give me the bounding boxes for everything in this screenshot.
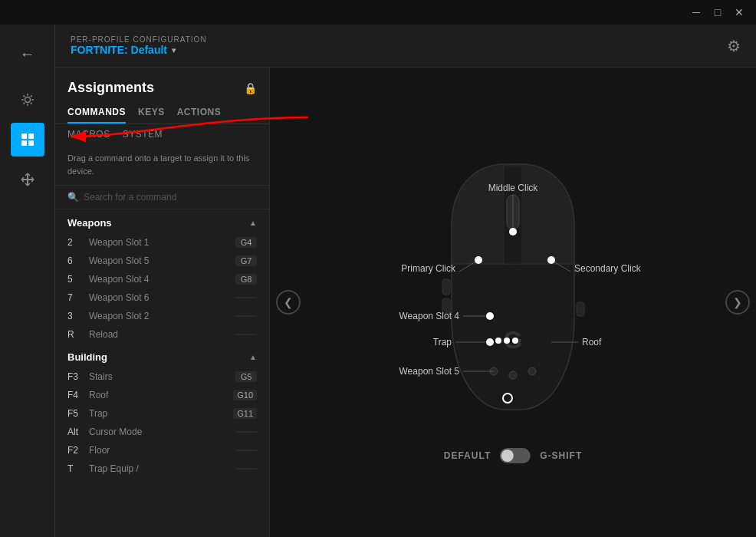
svg-point-42: [495, 338, 501, 344]
svg-point-24: [509, 228, 517, 236]
minimize-button[interactable]: ─: [685, 2, 707, 23]
building-arrow: ▲: [249, 353, 257, 361]
default-gshift-toggle[interactable]: [500, 448, 531, 463]
svg-point-43: [504, 338, 510, 344]
move-button[interactable]: [11, 163, 44, 196]
table-row[interactable]: Alt Cursor Mode: [55, 423, 269, 441]
building-label: Building: [67, 351, 107, 363]
toggle-row: DEFAULT G-SHIFT: [444, 448, 582, 463]
table-row[interactable]: F2 Floor: [55, 441, 269, 460]
svg-point-33: [486, 312, 494, 320]
tab-keys[interactable]: KEYS: [138, 102, 165, 124]
header-title-group: PER-PROFILE CONFIGURATION FORTNITE: Defa…: [71, 35, 727, 56]
nav-right-button[interactable]: ❯: [725, 290, 750, 315]
table-row[interactable]: F3 Stairs G5: [55, 367, 269, 386]
svg-text:Roof: Roof: [582, 337, 602, 348]
table-row[interactable]: T Trap Equip /: [55, 460, 269, 478]
search-icon: 🔍: [67, 192, 79, 203]
gshift-label: G-SHIFT: [540, 450, 582, 461]
toggle-thumb: [501, 450, 514, 462]
svg-line-7: [30, 95, 31, 97]
lock-icon: 🔒: [244, 82, 257, 94]
back-button[interactable]: ←: [11, 37, 44, 71]
svg-text:Trap: Trap: [433, 337, 452, 348]
svg-point-30: [547, 256, 555, 264]
svg-line-8: [23, 103, 25, 104]
svg-point-0: [25, 97, 30, 103]
svg-point-36: [486, 338, 494, 346]
table-row[interactable]: R Reload: [55, 325, 269, 344]
panel-title: Assignments: [67, 80, 154, 96]
header-subtitle: PER-PROFILE CONFIGURATION: [71, 35, 727, 44]
tab-system[interactable]: SYSTEM: [123, 129, 163, 140]
svg-rect-12: [28, 140, 34, 146]
building-section-header[interactable]: Building ▲: [55, 344, 269, 367]
table-row[interactable]: 6 Weapon Slot 5 G7: [55, 252, 269, 270]
svg-point-20: [509, 371, 517, 379]
right-panel: ❮ ❯ G: [270, 68, 756, 537]
svg-rect-18: [577, 302, 584, 316]
search-input[interactable]: [84, 192, 257, 203]
close-button[interactable]: ✕: [728, 2, 750, 23]
table-row[interactable]: 2 Weapon Slot 1 G4: [55, 233, 269, 252]
table-row[interactable]: 5 Weapon Slot 4 G8: [55, 270, 269, 288]
tabs-row2: MACROS SYSTEM: [55, 124, 269, 144]
svg-rect-16: [442, 279, 450, 295]
drag-hint: Drag a command onto a target to assign i…: [55, 144, 269, 186]
svg-line-6: [30, 103, 31, 104]
titlebar: ─ □ ✕: [0, 0, 756, 25]
table-row[interactable]: 7 Weapon Slot 6: [55, 288, 269, 307]
table-row[interactable]: F5 Trap G11: [55, 404, 269, 423]
svg-text:Middle Click: Middle Click: [488, 183, 539, 193]
table-row[interactable]: F4 Roof G10: [55, 386, 269, 404]
profile-name: FORTNITE: Default: [71, 44, 167, 56]
profile-chevron: ▾: [172, 46, 176, 54]
settings-button[interactable]: ⚙: [727, 37, 741, 55]
svg-text:Primary Click: Primary Click: [401, 263, 456, 274]
header: PER-PROFILE CONFIGURATION FORTNITE: Defa…: [55, 25, 756, 68]
svg-point-27: [475, 256, 482, 264]
svg-text:Weapon Slot 4: Weapon Slot 4: [399, 311, 460, 321]
weapons-label: Weapons: [67, 217, 112, 229]
svg-rect-9: [21, 133, 27, 139]
search-row: 🔍: [55, 186, 269, 209]
left-panel: Assignments 🔒 COMMANDS KEYS ACTIONS MACR…: [55, 68, 270, 537]
svg-rect-11: [21, 140, 27, 146]
maximize-button[interactable]: □: [707, 2, 728, 23]
nav-left-button[interactable]: ❮: [276, 290, 301, 315]
weapons-section-header[interactable]: Weapons ▲: [55, 209, 269, 233]
default-label: DEFAULT: [444, 450, 491, 461]
svg-text:Weapon Slot 5: Weapon Slot 5: [399, 366, 460, 377]
profile-selector[interactable]: FORTNITE: Default ▾: [71, 44, 727, 56]
mouse-diagram: G Middle Click Primary Click: [306, 118, 720, 486]
brightness-button[interactable]: [11, 83, 44, 117]
svg-point-44: [512, 338, 518, 344]
tab-actions[interactable]: ACTIONS: [177, 102, 222, 124]
panel-header: Assignments 🔒: [55, 68, 269, 102]
tabs-row: COMMANDS KEYS ACTIONS: [55, 102, 269, 124]
svg-text:Secondary Click: Secondary Click: [574, 263, 642, 274]
building-list: F3 Stairs G5 F4 Roof G10 F5 Trap G11 Alt…: [55, 367, 269, 478]
svg-point-21: [528, 367, 536, 375]
tab-macros[interactable]: MACROS: [67, 129, 110, 140]
svg-line-5: [23, 95, 25, 97]
sidebar-icons: ←: [0, 25, 55, 537]
svg-rect-10: [28, 133, 34, 139]
weapons-list: 2 Weapon Slot 1 G4 6 Weapon Slot 5 G7 5 …: [55, 233, 269, 344]
weapons-arrow: ▲: [249, 219, 257, 227]
table-row[interactable]: 3 Weapon Slot 2: [55, 307, 269, 325]
assignments-button[interactable]: [11, 123, 44, 156]
tab-commands[interactable]: COMMANDS: [67, 102, 126, 124]
